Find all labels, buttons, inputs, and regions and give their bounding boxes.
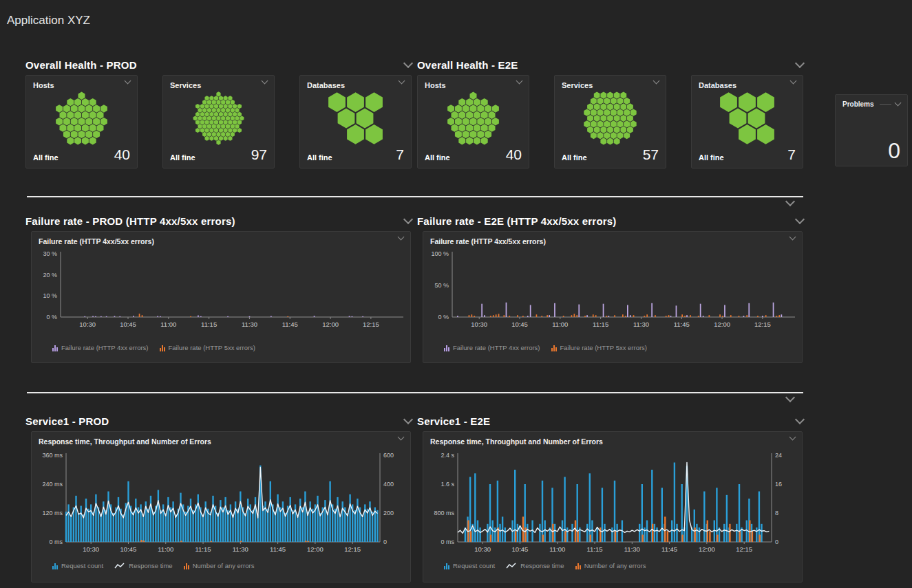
- chevron-down-icon[interactable]: [789, 434, 796, 441]
- chevron-down-icon[interactable]: [398, 434, 405, 441]
- chevron-down-icon[interactable]: [262, 78, 268, 85]
- bar-series-icon: [444, 345, 449, 351]
- tile-hosts-prod[interactable]: Hosts All fine 40: [25, 75, 138, 168]
- svg-text:11:30: 11:30: [633, 320, 649, 328]
- svg-text:0: 0: [775, 538, 778, 545]
- legend-label: Response time: [129, 562, 172, 569]
- chevron-down-icon[interactable]: [653, 78, 660, 85]
- hex-cluster[interactable]: [307, 91, 404, 146]
- svg-text:11:00: 11:00: [549, 545, 565, 553]
- legend-item[interactable]: Number of any errors: [184, 562, 255, 569]
- hex-cluster[interactable]: [170, 91, 267, 146]
- tile-hosts-e2e[interactable]: Hosts All fine 40: [417, 75, 529, 168]
- svg-text:11:15: 11:15: [593, 320, 608, 328]
- tile-problems[interactable]: Problems 0: [835, 94, 908, 166]
- svg-text:200: 200: [383, 510, 394, 516]
- chevron-down-icon[interactable]: [789, 234, 796, 241]
- svg-text:100 %: 100 %: [431, 250, 449, 257]
- svg-text:30 %: 30 %: [43, 250, 57, 257]
- status-text: All fine: [307, 153, 332, 162]
- legend-label: Request count: [453, 562, 495, 569]
- chevron-down-icon[interactable]: [795, 415, 805, 424]
- section-failure-prod: Failure rate - PROD (HTTP 4xx/5xx errors…: [25, 213, 412, 363]
- svg-text:12:00: 12:00: [714, 320, 730, 328]
- tile-title: Hosts: [425, 81, 446, 89]
- service-prod-chart[interactable]: 360 ms240 ms120 ms0 ms600400200010:3010:…: [37, 447, 406, 560]
- chart-legend: Request countResponse timeNumber of any …: [429, 562, 796, 569]
- svg-text:11:30: 11:30: [242, 320, 257, 328]
- section-title-failure-e2e: Failure rate - E2E (HTTP 4xx/5xx errors): [417, 215, 617, 227]
- svg-text:11:15: 11:15: [201, 320, 217, 328]
- svg-text:12:00: 12:00: [699, 545, 715, 553]
- legend-item[interactable]: Request count: [52, 562, 103, 569]
- svg-text:11:00: 11:00: [158, 545, 173, 553]
- legend-item[interactable]: Response time: [506, 562, 564, 569]
- svg-text:12:15: 12:15: [344, 545, 361, 553]
- tile-databases-prod[interactable]: Databases All fine 7: [299, 75, 412, 168]
- svg-text:10:45: 10:45: [120, 320, 136, 328]
- page-title: Application XYZ: [0, 8, 912, 28]
- line-series-icon: [506, 563, 517, 569]
- svg-text:240 ms: 240 ms: [42, 481, 63, 488]
- chevron-down-icon[interactable]: [790, 78, 797, 85]
- svg-text:12:15: 12:15: [363, 320, 379, 328]
- svg-text:11:15: 11:15: [195, 545, 211, 553]
- problems-header-rule: [880, 104, 891, 105]
- legend-label: Failure rate (HTTP 5xx errors): [169, 344, 256, 351]
- chart-title: Failure rate (HTTP 4xx/5xx errors): [39, 237, 154, 246]
- bar-series-icon: [184, 563, 189, 569]
- tile-services-prod[interactable]: Services All fine 97: [162, 75, 275, 168]
- chevron-down-icon[interactable]: [398, 234, 405, 241]
- svg-text:0: 0: [383, 538, 387, 545]
- svg-text:600: 600: [383, 452, 394, 459]
- health-row: Overall Health - PROD Hosts All fine 40: [25, 57, 912, 168]
- tile-title: Problems: [842, 100, 874, 108]
- legend-item[interactable]: Failure rate (HTTP 4xx errors): [52, 344, 149, 351]
- section-title-health-e2e: Overall Health - E2E: [417, 59, 518, 71]
- svg-text:24: 24: [775, 452, 782, 459]
- line-series-icon: [114, 563, 125, 569]
- chevron-down-icon[interactable]: [403, 215, 413, 224]
- hex-cluster[interactable]: [425, 91, 522, 146]
- svg-text:12:15: 12:15: [736, 545, 752, 553]
- svg-text:360 ms: 360 ms: [42, 452, 63, 459]
- legend-item[interactable]: Request count: [444, 562, 495, 569]
- tile-title: Databases: [307, 81, 345, 89]
- failure-rate-row: Failure rate - PROD (HTTP 4xx/5xx errors…: [25, 213, 912, 363]
- legend-item[interactable]: Number of any errors: [575, 562, 646, 569]
- status-text: All fine: [699, 153, 724, 162]
- status-text: All fine: [562, 153, 587, 162]
- tile-title: Services: [562, 81, 593, 89]
- tile-databases-e2e[interactable]: Databases All fine 7: [691, 75, 803, 168]
- legend-item[interactable]: Failure rate (HTTP 5xx errors): [160, 344, 256, 351]
- legend-item[interactable]: Failure rate (HTTP 4xx errors): [444, 344, 540, 351]
- failure-prod-chart[interactable]: 30 %20 %10 %0 %10:3010:4511:0011:1511:30…: [37, 247, 406, 342]
- chevron-down-icon[interactable]: [785, 393, 795, 402]
- chevron-down-icon[interactable]: [403, 58, 413, 68]
- failure-e2e-chart[interactable]: 100 %50 %0 %10:3010:4511:0011:1511:3011:…: [429, 247, 798, 342]
- svg-text:0 ms: 0 ms: [441, 538, 454, 545]
- tile-services-e2e[interactable]: Services All fine 57: [554, 75, 666, 168]
- chevron-down-icon[interactable]: [125, 78, 131, 85]
- chevron-down-icon[interactable]: [895, 100, 902, 107]
- hex-cluster[interactable]: [33, 91, 130, 146]
- bar-series-icon: [160, 345, 165, 351]
- chevron-down-icon[interactable]: [403, 415, 413, 424]
- chevron-down-icon[interactable]: [795, 58, 805, 68]
- hex-cluster[interactable]: [562, 91, 659, 146]
- chart-legend: Failure rate (HTTP 4xx errors)Failure ra…: [429, 344, 796, 351]
- chevron-down-icon[interactable]: [516, 78, 523, 85]
- hex-cluster[interactable]: [699, 91, 796, 146]
- svg-text:0 %: 0 %: [46, 314, 57, 320]
- chevron-down-icon[interactable]: [785, 197, 795, 206]
- chevron-down-icon[interactable]: [399, 78, 405, 85]
- service-e2e-chart-tile: Response time, Throughput and Number of …: [423, 431, 803, 582]
- chevron-down-icon[interactable]: [795, 215, 805, 224]
- tile-title: Services: [170, 81, 201, 89]
- status-text: All fine: [425, 153, 450, 162]
- legend-item[interactable]: Failure rate (HTTP 5xx errors): [551, 344, 648, 351]
- entity-count: 57: [643, 147, 659, 162]
- service-e2e-chart[interactable]: 2.4 s1.6 s800 ms0 ms24168010:3010:4511:0…: [429, 447, 798, 560]
- legend-item[interactable]: Response time: [114, 562, 172, 569]
- legend-label: Failure rate (HTTP 4xx errors): [61, 344, 149, 351]
